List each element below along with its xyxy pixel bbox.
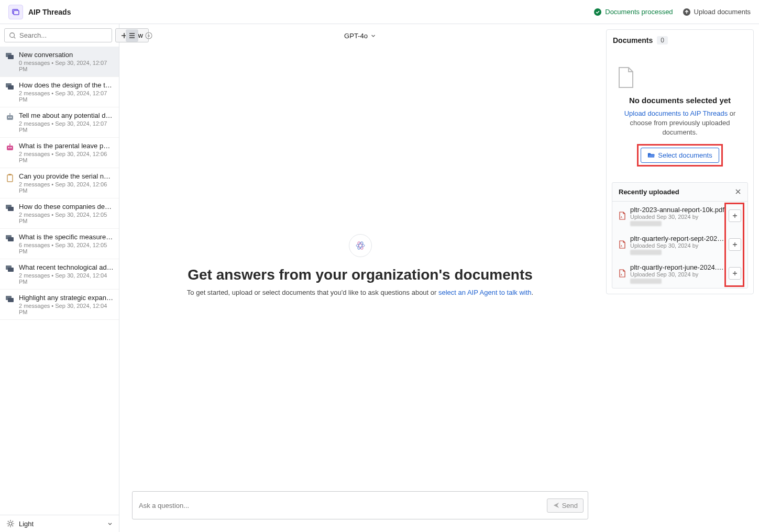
svg-text:A: A bbox=[621, 245, 622, 247]
recent-list: Apltr-2023-annual-report-10k.pdfUploaded… bbox=[612, 202, 747, 288]
conversation-title: What is the parental leave policy? bbox=[19, 142, 114, 150]
chevron-down-icon bbox=[371, 33, 376, 38]
clipboard-icon bbox=[5, 173, 15, 183]
hero-icon bbox=[349, 234, 372, 257]
hero-title: Get answers from your organization's doc… bbox=[188, 267, 533, 283]
conversation-meta: 2 messages • Sep 30, 2024, 12:06 PM bbox=[19, 151, 114, 163]
conversation-title: Can you provide the serial numb… bbox=[19, 172, 114, 180]
upload-documents-link[interactable]: Upload documents to AIP Threads bbox=[624, 109, 728, 117]
menu-icon bbox=[128, 32, 136, 39]
conversation-title: New conversation bbox=[19, 51, 114, 59]
add-document-button[interactable] bbox=[729, 209, 741, 222]
question-input-wrapper: Send bbox=[132, 491, 588, 519]
svg-rect-29 bbox=[8, 298, 14, 302]
svg-rect-10 bbox=[7, 115, 13, 120]
conversation-meta: 2 messages • Sep 30, 2024, 12:05 PM bbox=[19, 212, 114, 224]
conversation-meta: 2 messages • Sep 30, 2024, 12:07 PM bbox=[19, 90, 114, 103]
chat-icon bbox=[5, 295, 15, 304]
svg-point-4 bbox=[10, 32, 15, 37]
svg-text:A: A bbox=[621, 273, 622, 276]
select-agent-link[interactable]: select an AIP Agent to talk with bbox=[438, 289, 532, 296]
pdf-icon: A bbox=[619, 269, 626, 278]
conversation-item[interactable]: How does the design of the taper …2 mess… bbox=[0, 77, 119, 107]
svg-rect-9 bbox=[8, 85, 14, 90]
conversation-item[interactable]: Highlight any strategic expansion…2 mess… bbox=[0, 290, 119, 320]
documents-empty-text: Upload documents to AIP Threads or choos… bbox=[616, 109, 744, 138]
model-selector[interactable]: GPT-4o bbox=[344, 32, 376, 40]
conversation-item[interactable]: New conversation0 messages • Sep 30, 202… bbox=[0, 47, 119, 77]
chat-icon bbox=[5, 52, 15, 61]
svg-point-16 bbox=[8, 147, 9, 148]
svg-rect-1 bbox=[14, 10, 19, 15]
chat-icon bbox=[5, 234, 15, 243]
recent-document-meta: Uploaded Sep 30, 2024 by bbox=[630, 242, 724, 255]
conversation-title: How do these companies describ… bbox=[19, 203, 114, 210]
svg-rect-7 bbox=[8, 55, 14, 59]
plus-icon bbox=[732, 241, 738, 248]
atom-icon bbox=[355, 240, 366, 251]
close-icon[interactable] bbox=[735, 189, 741, 195]
select-documents-highlight: Select documents bbox=[637, 144, 722, 167]
search-icon bbox=[9, 32, 16, 39]
documents-empty-title: No documents selected yet bbox=[616, 96, 744, 105]
svg-line-36 bbox=[13, 526, 14, 527]
app-logo bbox=[8, 5, 23, 19]
theme-label: Light bbox=[19, 520, 34, 528]
chat-icon bbox=[5, 82, 15, 92]
recent-document-item: Apltr-quartly-report-june-2024.pdfUpload… bbox=[612, 259, 747, 288]
documents-count-badge: 0 bbox=[657, 36, 668, 45]
search-input-wrapper[interactable] bbox=[4, 28, 112, 42]
svg-point-17 bbox=[10, 147, 12, 148]
search-input[interactable] bbox=[19, 31, 107, 39]
document-icon bbox=[616, 66, 635, 88]
recent-document-item: Apltr-2023-annual-report-10k.pdfUploaded… bbox=[612, 202, 747, 230]
svg-point-40 bbox=[356, 244, 365, 247]
pdf-icon: A bbox=[619, 240, 626, 249]
sun-icon bbox=[6, 519, 15, 528]
app-header: AIP Threads Documents processed Upload d… bbox=[0, 0, 759, 24]
svg-rect-23 bbox=[8, 207, 14, 211]
send-icon bbox=[553, 502, 560, 509]
add-document-button[interactable] bbox=[729, 238, 741, 251]
hero-subtitle: To get started, upload or select documen… bbox=[187, 289, 533, 296]
sidebar: New New conversation0 messages • Sep 30,… bbox=[0, 24, 119, 532]
conversation-meta: 2 messages • Sep 30, 2024, 12:07 PM bbox=[19, 120, 114, 133]
theme-toggle[interactable]: Light bbox=[0, 515, 119, 532]
svg-point-12 bbox=[10, 117, 12, 118]
download-button[interactable] bbox=[142, 29, 155, 42]
svg-point-14 bbox=[9, 113, 10, 114]
conversation-item[interactable]: What recent technological advan…2 messag… bbox=[0, 259, 119, 290]
svg-point-11 bbox=[8, 117, 9, 118]
conversation-title: How does the design of the taper … bbox=[19, 81, 114, 89]
upload-documents-button[interactable]: Upload documents bbox=[683, 8, 751, 16]
conversation-item[interactable]: How do these companies describ…2 message… bbox=[0, 198, 119, 229]
toggle-sidebar-button[interactable] bbox=[126, 29, 138, 42]
chevron-down-icon bbox=[107, 521, 113, 526]
documents-panel-title: Documents bbox=[613, 36, 653, 45]
select-documents-button[interactable]: Select documents bbox=[641, 148, 719, 163]
conversation-item[interactable]: What is the parental leave policy?2 mess… bbox=[0, 138, 119, 168]
documents-processed-status[interactable]: Documents processed bbox=[593, 8, 673, 16]
conversation-item[interactable]: What is the specific measuremen…6 messag… bbox=[0, 229, 119, 259]
conversation-list: New conversation0 messages • Sep 30, 202… bbox=[0, 47, 119, 515]
send-button[interactable]: Send bbox=[547, 498, 584, 513]
recent-document-name: pltr-quarterly-report-sept-2023.pdf bbox=[630, 235, 724, 242]
content-header: GPT-4o bbox=[119, 24, 601, 47]
svg-line-5 bbox=[14, 37, 16, 38]
conversation-item[interactable]: Can you provide the serial numb…2 messag… bbox=[0, 168, 119, 198]
svg-point-19 bbox=[9, 143, 10, 145]
svg-rect-27 bbox=[8, 268, 14, 272]
conversation-item[interactable]: Tell me about any potential disr…2 messa… bbox=[0, 107, 119, 138]
add-document-button[interactable] bbox=[729, 267, 741, 280]
recently-uploaded-title: Recently uploaded bbox=[619, 188, 679, 196]
conversation-title: Tell me about any potential disr… bbox=[19, 112, 114, 119]
svg-rect-21 bbox=[8, 174, 12, 175]
robot-icon bbox=[5, 113, 15, 122]
svg-text:A: A bbox=[621, 216, 622, 218]
documents-panel: Documents 0 No documents selected yet Up… bbox=[606, 29, 754, 294]
recent-document-name: pltr-quartly-report-june-2024.pdf bbox=[630, 263, 724, 271]
recent-document-name: pltr-2023-annual-report-10k.pdf bbox=[630, 206, 724, 214]
svg-line-38 bbox=[13, 521, 14, 522]
chat-icon bbox=[5, 264, 15, 274]
question-input[interactable] bbox=[139, 496, 547, 515]
